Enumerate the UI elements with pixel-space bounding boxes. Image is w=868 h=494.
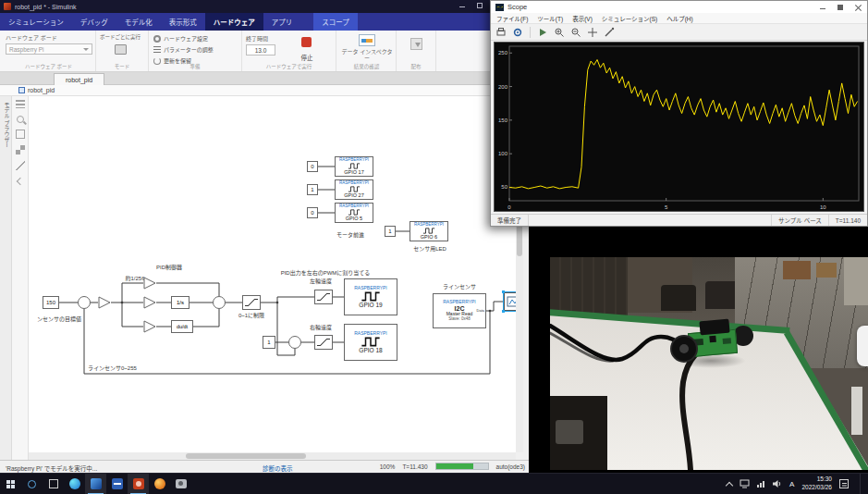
tray-chevron-icon[interactable]	[726, 481, 733, 488]
show-desktop-button[interactable]	[860, 474, 862, 494]
stop-icon[interactable]	[301, 37, 312, 47]
model-canvas[interactable]: 0 RASPBERRYPI GPIO 17 1 RASPBERRYPI GPIO…	[29, 96, 516, 452]
stop-button[interactable]: 停止	[294, 53, 320, 62]
maximize-icon[interactable]	[476, 2, 483, 9]
collapse-icon[interactable]	[16, 178, 23, 185]
target-value-label: ンセンサの目標値	[31, 316, 88, 323]
task-view-button[interactable]	[43, 474, 64, 494]
diagnostics-link[interactable]: 診断の表示	[263, 463, 293, 473]
breadcrumb[interactable]: robot_pid	[0, 85, 529, 96]
tab-hardware[interactable]: ハードウェア	[205, 13, 263, 31]
run-on-board-button[interactable]: ボードごとに実行	[100, 33, 141, 41]
search-button[interactable]	[21, 474, 43, 494]
d-gain-block[interactable]	[143, 320, 156, 333]
p-gain-block[interactable]	[143, 277, 156, 290]
gain-block[interactable]	[98, 296, 111, 309]
taskbar-app-edge[interactable]	[64, 474, 85, 494]
task-view-icon	[49, 479, 58, 488]
stop-time-field[interactable]: 13.0	[246, 44, 275, 56]
menu-view[interactable]: 表示(V)	[572, 14, 593, 23]
sum-block[interactable]	[288, 336, 301, 349]
menu-simulation[interactable]: シミュレーション(S)	[602, 14, 657, 23]
maximize-icon[interactable]	[837, 4, 844, 11]
offset-constant-block[interactable]: 1	[263, 336, 275, 349]
pan-icon[interactable]	[586, 26, 599, 39]
close-icon[interactable]	[854, 4, 862, 11]
hardware-settings-button[interactable]: ハードウェア設定	[153, 34, 208, 43]
model-browser-collapsed-tab[interactable]: モデル ブラウザー	[0, 96, 12, 460]
tab-debug[interactable]: デバッグ	[72, 13, 116, 31]
camera-app-icon	[176, 479, 187, 488]
feedback-label: ラインセンサ0~255	[88, 365, 151, 372]
network-signal-icon[interactable]	[757, 481, 764, 488]
constant-block[interactable]: 0	[307, 161, 318, 172]
integrator-block[interactable]: 1/s	[171, 296, 189, 309]
target-constant-block[interactable]: 150	[43, 296, 59, 309]
taskbar-app-simulink[interactable]	[85, 474, 106, 494]
board-chip-icon[interactable]	[115, 44, 127, 55]
tab-format[interactable]: 表示形式	[161, 13, 205, 31]
scope-plot-area[interactable]: 501001502002500510	[494, 42, 864, 212]
taskbar-app-camera[interactable]	[170, 474, 191, 494]
start-button[interactable]	[0, 474, 21, 494]
tab-scope-contextual[interactable]: スコープ	[313, 13, 358, 31]
zoom-out-icon[interactable]	[569, 26, 582, 39]
scope-status-ready: 準備完了	[491, 215, 529, 226]
document-tab-robot-pid[interactable]: robot_pid	[54, 73, 104, 85]
sliders-icon	[153, 46, 161, 54]
deploy-icon[interactable]	[410, 38, 422, 50]
taskbar-app-firefox[interactable]	[149, 474, 170, 494]
speaker-icon[interactable]	[772, 475, 782, 492]
saturation-block[interactable]	[242, 295, 261, 310]
settings-gear-icon[interactable]	[511, 26, 524, 39]
gpio27-block[interactable]: RASPBERRYPI GPIO 27	[335, 179, 373, 200]
zoom-icon[interactable]	[17, 116, 24, 123]
derivative-block[interactable]: du/dt	[171, 320, 193, 333]
annotation-icon[interactable]	[16, 161, 25, 170]
scope-block-selected[interactable]	[504, 292, 516, 311]
tab-simulation[interactable]: シミュレーション	[0, 13, 72, 31]
brush-icon[interactable]	[603, 26, 616, 39]
browser-toggle-icon[interactable]	[16, 100, 25, 109]
data-inspector-button[interactable]: データ インスペクター	[339, 49, 395, 62]
gpio6-block[interactable]: RASPBERRYPI GPIO 6	[410, 221, 448, 241]
zoom-in-icon[interactable]	[553, 26, 566, 39]
overlay-bubble-button[interactable]	[857, 326, 868, 366]
constant-block[interactable]: 0	[307, 207, 318, 218]
clock[interactable]: 15:30 2022/03/26	[801, 475, 832, 492]
pwm-right-block[interactable]: RASPBERRYPI GPIO 18	[344, 324, 397, 361]
menu-file[interactable]: ファイル(F)	[496, 14, 528, 23]
hardware-board-select[interactable]: Raspberry Pi	[6, 43, 92, 55]
saturation-block[interactable]	[314, 335, 333, 350]
zoom-level: 100%	[380, 463, 396, 470]
tab-apps[interactable]: アプリ	[263, 13, 301, 31]
print-icon[interactable]	[495, 26, 507, 39]
minimize-icon[interactable]	[819, 4, 826, 11]
tab-modeling[interactable]: モデル化	[116, 13, 161, 31]
menu-tools[interactable]: ツール(T)	[537, 14, 563, 23]
ime-indicator[interactable]: A	[789, 480, 794, 488]
i2c-master-read-block[interactable]: RASPBERRYPI I2C Master Read Slave: 0x48 …	[433, 293, 486, 328]
gpio5-block[interactable]: RASPBERRYPI GPIO 5	[335, 203, 373, 223]
sum-block[interactable]	[213, 296, 226, 309]
tune-parameters-button[interactable]: パラメーターの調整	[153, 45, 214, 54]
menu-help[interactable]: ヘルプ(H)	[666, 14, 693, 23]
play-icon[interactable]	[536, 26, 549, 39]
canvas-horizontal-scrollbar[interactable]	[29, 452, 516, 460]
minimize-icon[interactable]	[458, 2, 466, 9]
constant-block[interactable]: 1	[307, 184, 318, 195]
fit-view-icon[interactable]	[16, 130, 25, 139]
constant-block[interactable]: 1	[385, 226, 396, 237]
library-icon[interactable]	[16, 145, 25, 154]
gpio17-block[interactable]: RASPBERRYPI GPIO 17	[335, 156, 373, 177]
data-inspector-icon[interactable]	[359, 34, 375, 46]
taskbar-app-word[interactable]	[106, 474, 128, 494]
ribbon-group-mode: ボードごとに実行 モード	[96, 31, 149, 71]
sum-block[interactable]	[78, 296, 91, 309]
action-center-icon[interactable]	[839, 479, 849, 488]
i-gain-block[interactable]	[143, 296, 156, 309]
taskbar-app-powerpoint[interactable]	[128, 474, 149, 494]
saturation-block[interactable]	[314, 290, 333, 304]
monitor-icon[interactable]	[740, 475, 750, 492]
pwm-left-block[interactable]: RASPBERRYPI GPIO 19	[344, 278, 397, 315]
